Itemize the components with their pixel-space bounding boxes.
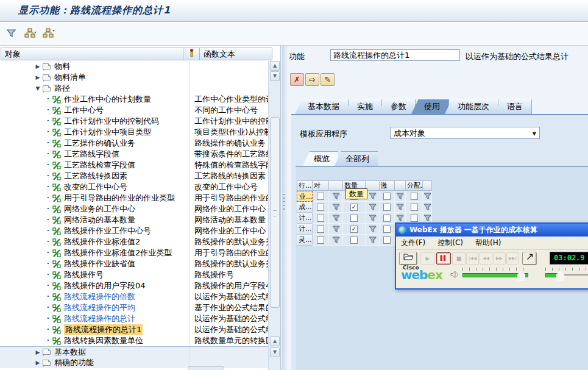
- tree-expand-icon[interactable]: ·: [44, 193, 52, 204]
- tree-row[interactable]: ▶ 基本: [0, 346, 268, 357]
- checkbox[interactable]: [383, 193, 391, 200]
- filter-funnel-icon[interactable]: [423, 203, 431, 211]
- scroll-up-icon[interactable]: ▲: [270, 61, 280, 71]
- tree-expand-icon[interactable]: ▶: [34, 349, 42, 355]
- fullscreen-button[interactable]: [523, 252, 536, 265]
- tree-row[interactable]: · 工作: [0, 116, 268, 127]
- tree-row[interactable]: · 工艺: [0, 138, 268, 149]
- tree-item-label[interactable]: 路线操作作业标准值2: [64, 237, 140, 247]
- tree-item-label[interactable]: 路线操作作业标准值2作业类型: [64, 247, 172, 258]
- tree-row[interactable]: · 路线: [0, 291, 268, 302]
- tree-row[interactable]: · 路线: [0, 280, 268, 291]
- tree-item-label[interactable]: 基本数据: [54, 347, 86, 358]
- move-button[interactable]: ⇨: [305, 73, 319, 86]
- tree-item-label[interactable]: 路线流程操作的平均: [64, 302, 135, 313]
- tree-expand-icon[interactable]: ·: [44, 116, 52, 127]
- tree-expand-icon[interactable]: ·: [44, 215, 52, 226]
- checkbox[interactable]: [411, 204, 418, 211]
- tree-item-label[interactable]: 工艺路线转换因素: [64, 171, 127, 182]
- col-header-allocate[interactable]: 分配...: [406, 180, 423, 191]
- tree-row[interactable]: · 网络: [0, 204, 268, 215]
- tree-item-label[interactable]: 路线操作的用户字段04: [64, 280, 146, 291]
- checkbox[interactable]: [411, 215, 418, 222]
- tree-row[interactable]: ▶ 物料: [0, 61, 268, 72]
- collapse-subtree-icon[interactable]: [43, 28, 56, 40]
- tree-expand-icon[interactable]: ·: [44, 237, 52, 247]
- tree-row[interactable]: ▶ 物料: [0, 72, 268, 83]
- tree-item-label[interactable]: 用于引导路由的作业的作业类型: [64, 193, 175, 204]
- filter-funnel-icon[interactable]: [332, 225, 340, 233]
- tree-item-label[interactable]: 工作计划作业中的控制代码: [64, 116, 159, 127]
- checkbox[interactable]: [350, 215, 358, 222]
- tree-row[interactable]: · 网络: [0, 215, 268, 226]
- tree-expand-icon[interactable]: ·: [44, 204, 52, 215]
- tree-row[interactable]: · 作业: [0, 94, 268, 105]
- tree-expand-icon[interactable]: ·: [44, 149, 52, 160]
- delete-button[interactable]: ✗: [290, 73, 304, 86]
- tree-expand-icon[interactable]: ·: [44, 269, 52, 280]
- tree-item-label[interactable]: 路线操作号: [64, 269, 104, 280]
- tree-row[interactable]: · 工作: [0, 127, 268, 138]
- tree-expand-icon[interactable]: ·: [44, 138, 52, 149]
- checkbox[interactable]: [317, 237, 324, 244]
- tree-expand-icon[interactable]: ·: [44, 127, 52, 138]
- tree-expand-icon[interactable]: ·: [44, 105, 52, 116]
- tree-row[interactable]: · 路线: [0, 247, 268, 258]
- edit-button[interactable]: ✎: [321, 73, 335, 86]
- tree-expand-icon[interactable]: ·: [44, 335, 52, 346]
- checkbox[interactable]: [317, 215, 324, 222]
- col-header-filter[interactable]: [395, 180, 406, 191]
- overview-subtab[interactable]: 概览: [303, 151, 338, 166]
- row-label-cell[interactable]: 业...: [297, 191, 313, 202]
- tree-expand-icon[interactable]: ·: [44, 324, 52, 335]
- filter-funnel-icon[interactable]: [423, 214, 431, 222]
- checkbox[interactable]: [317, 204, 324, 211]
- tree-item-label[interactable]: 网络业务的工作中心: [64, 204, 135, 215]
- tree-expand-icon[interactable]: ·: [44, 94, 52, 105]
- tree-expand-icon[interactable]: ▼: [34, 85, 42, 91]
- tree-row[interactable]: · 路线: [0, 313, 268, 324]
- tree-expand-icon[interactable]: ·: [44, 302, 52, 313]
- tree-item-label[interactable]: 工艺操作的确认业务: [64, 138, 135, 149]
- filter-funnel-icon[interactable]: [332, 214, 340, 222]
- tree-expand-icon[interactable]: ▶: [34, 63, 42, 69]
- checkbox[interactable]: [383, 204, 391, 211]
- filter-funnel-icon[interactable]: [369, 214, 377, 222]
- tree-expand-icon[interactable]: ·: [44, 247, 52, 258]
- row-label-cell[interactable]: 计...: [297, 213, 313, 224]
- tree-row[interactable]: ▼ 路径: [0, 83, 268, 94]
- filter-funnel-icon[interactable]: [332, 203, 340, 211]
- tree-item-label[interactable]: 工艺路线检查字段值: [64, 160, 135, 171]
- webex-menu-item[interactable]: 帮助(H): [475, 238, 501, 248]
- checkbox[interactable]: [411, 193, 418, 200]
- row-label-cell[interactable]: 成...: [297, 202, 313, 213]
- tree-item-label[interactable]: 路线操作作业缺省值: [64, 258, 135, 269]
- scroll-down-icon[interactable]: ▼: [270, 71, 280, 81]
- speaker-icon[interactable]: [450, 271, 460, 279]
- tree-item-label[interactable]: 工作中心号: [64, 105, 104, 116]
- tree-expand-icon[interactable]: ·: [44, 171, 52, 182]
- dropdown-arrow-icon[interactable]: ▼: [533, 131, 536, 137]
- webex-titlebar[interactable]: WebEx 播放器 一基于作业的成本核算: [396, 224, 588, 237]
- tree-row[interactable]: · 工艺: [0, 160, 268, 171]
- filter-funnel-icon[interactable]: [369, 203, 377, 211]
- tree-row[interactable]: · 路线: [0, 324, 268, 335]
- pin-column-header[interactable]: [183, 48, 200, 60]
- tree-item-label[interactable]: 路线操作作业工作中心号: [64, 226, 151, 237]
- tree-item-label[interactable]: 作业工作中心的计划数量: [64, 94, 151, 105]
- scroll-down-icon[interactable]: ▼: [270, 347, 280, 357]
- filter-funnel-icon[interactable]: [369, 225, 377, 233]
- tree-row[interactable]: · 路线: [0, 258, 268, 269]
- function-name-field[interactable]: [330, 49, 460, 61]
- webex-player-window[interactable]: WebEx 播放器 一基于作业的成本核算 文件(F)控制(C)帮助(H) ▶ ▌…: [395, 222, 588, 290]
- checkbox[interactable]: [383, 226, 391, 233]
- checkbox[interactable]: [317, 226, 324, 233]
- volume-thumb[interactable]: [517, 271, 525, 281]
- object-column-header[interactable]: 对象: [1, 48, 183, 60]
- pause-button[interactable]: ▌▌: [436, 252, 451, 265]
- col-header-object[interactable]: 对: [313, 180, 329, 191]
- filter-icon[interactable]: [6, 28, 19, 40]
- tree-item-label[interactable]: 路线流程操作的总计: [64, 313, 135, 324]
- tree-expand-icon[interactable]: ·: [44, 226, 52, 237]
- checkbox[interactable]: ✓: [350, 204, 358, 211]
